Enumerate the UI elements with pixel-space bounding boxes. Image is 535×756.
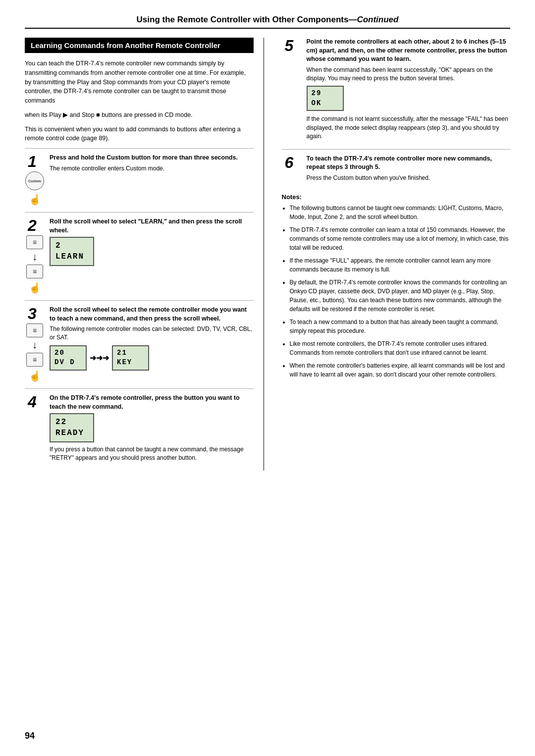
arrow-down-icon-2: ↓ [32,251,37,263]
note-item-7: When the remote controller's batteries e… [290,361,511,379]
hand-press-icon-3: ☝ [27,369,43,383]
note-item-3: If the message "FULL" appears, the remot… [290,256,511,274]
header-continued: Continued [357,15,398,24]
note-item-4: By default, the DTR-7.4's remote control… [290,278,511,314]
step-2-number: 2 [28,217,42,233]
step-3-desc: The following remote controller modes ca… [50,325,254,342]
header-text: Using the Remote Controller with Other C… [137,15,349,24]
left-column: Learning Commands from Another Remote Co… [25,38,264,471]
step-5: 5 Point the remote controllers at each o… [282,38,511,144]
step-5-icons: 5 [282,38,302,54]
intro-paragraph-2: when its Play ▶ and Stop ■ buttons are p… [25,110,254,120]
step-4-lcd-line1: 22 [55,417,88,428]
step-4-title: On the DTR-7.4's remote controller, pres… [50,394,254,411]
note-item-1: The following buttons cannot be taught n… [290,204,511,221]
custom-button-icon: Custom [25,171,44,190]
step-4-icons: 4 [25,394,45,410]
step-1: 1 Custom ☝ Press and hold the Custom but… [25,148,254,207]
step-5-lcd: 29 OK [307,86,344,111]
step-2-lcd-line1: 2 [55,240,88,251]
step-5-lcd-line2: OK [312,99,339,108]
step-5-desc2: If the command is not learnt successfull… [307,115,511,141]
step-2-lcd: 2 LEARN [50,237,94,266]
step-3: 3 ↓ ☝ Roll the scroll wheel to select th… [25,300,254,383]
step-4-number: 4 [28,394,42,410]
section-title: Learning Commands from Another Remote Co… [25,38,254,53]
scroll-wheel-icon-3b [26,353,43,367]
step-3-number: 3 [28,306,42,322]
step-1-desc: The remote controller enters Custom mode… [50,164,254,173]
page-number: 94 [25,731,35,741]
hand-press-icon: ☝ [27,192,43,207]
step-2-icons: 2 ↓ ☝ [25,217,45,295]
step-4-desc: If you press a button that cannot be tau… [50,445,254,463]
step-2-title: Roll the scroll wheel to select "LEARN,"… [50,217,254,235]
hand-press-icon-2: ☝ [27,280,43,295]
step-6-content: To teach the DTR-7.4's remote controller… [307,155,511,185]
note-item-6: Like most remote controllers, the DTR-7.… [290,339,511,357]
notes-section: Notes: The following buttons cannot be t… [282,193,511,379]
step-3-lcd1: 20 DV D [50,345,87,371]
step-5-content: Point the remote controllers at each oth… [307,38,511,144]
notes-list: The following buttons cannot be taught n… [282,204,511,379]
step-3-lcd1-line2: DV D [54,358,82,368]
step-3-content: Roll the scroll wheel to select the remo… [50,306,254,371]
step-6-title: To teach the DTR-7.4's remote controller… [307,155,511,172]
step-4: 4 On the DTR-7.4's remote controller, pr… [25,388,254,466]
scroll-wheel-icon-2b [26,265,43,278]
step-3-lcd2-line1: 21 [117,348,144,358]
step-5-number: 5 [285,38,299,54]
arrow-down-icon-3: ↓ [32,339,37,351]
intro-paragraph-3: This is convenient when you want to add … [25,125,254,144]
step-4-lcd-line2: READY [55,428,88,438]
step-1-title: Press and hold the Custom button for mor… [50,154,254,162]
intro-paragraph-1: You can teach the DTR-7.4's remote contr… [25,59,254,106]
step-1-content: Press and hold the Custom button for mor… [50,154,254,176]
note-item-2: The DTR-7.4's remote controller can lear… [290,225,511,252]
notes-title: Notes: [282,193,511,201]
step-6-desc: Press the Custom button when you've fini… [307,174,511,182]
scroll-wheel-icon-3a [26,324,43,337]
step-3-lcd-row: 20 DV D ➜➜➜ 21 KEY [50,345,254,371]
step-1-number: 1 [28,154,42,169]
page-header: Using the Remote Controller with Other C… [25,15,510,29]
step-5-lcd-line1: 29 [312,89,339,99]
step-5-title: Point the remote controllers at each oth… [307,38,511,64]
step-2-lcd-line2: LEARN [55,251,88,262]
step-4-content: On the DTR-7.4's remote controller, pres… [50,394,254,466]
step-6-icons: 6 [282,155,302,170]
section-title-text: Learning Commands from Another Remote Co… [31,41,220,50]
step-5-desc1: When the command has been learnt success… [307,66,511,83]
step-2-content: Roll the scroll wheel to select "LEARN,"… [50,217,254,266]
step-3-lcd2: 21 KEY [112,345,149,371]
step-6: 6 To teach the DTR-7.4's remote controll… [282,149,511,185]
step-3-title: Roll the scroll wheel to select the remo… [50,306,254,323]
step-3-lcd1-line1: 20 [54,348,82,358]
step-3-lcd2-line2: KEY [117,358,144,368]
step-3-icons: 3 ↓ ☝ [25,306,45,383]
step-1-icons: 1 Custom ☝ [25,154,45,207]
right-column: 5 Point the remote controllers at each o… [278,38,511,471]
step-2: 2 ↓ ☝ Roll the scroll wheel to select "L… [25,212,254,295]
triple-arrow-icon: ➜➜➜ [90,353,109,363]
step-6-number: 6 [285,155,299,170]
scroll-wheel-icon-2a [26,235,43,249]
note-item-5: To teach a new command to a button that … [290,318,511,335]
step-4-lcd: 22 READY [50,413,94,442]
